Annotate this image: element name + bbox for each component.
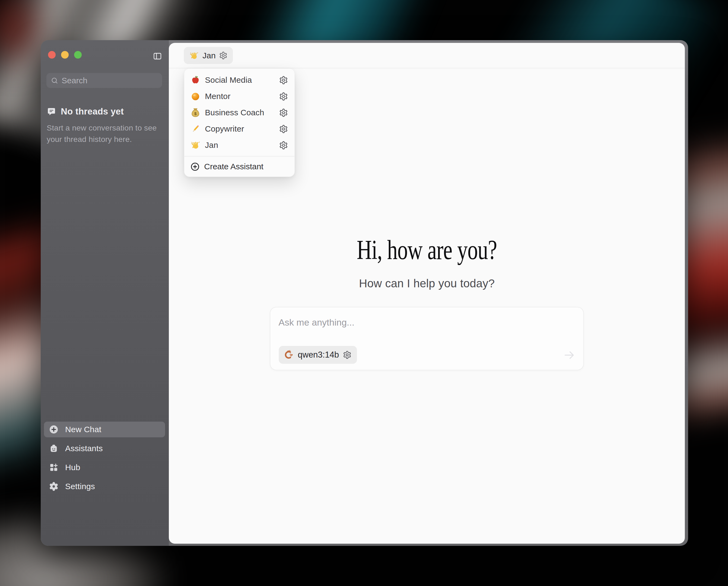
model-name: qwen3:14b [298, 350, 339, 360]
plus-circle-icon [49, 425, 59, 434]
menu-item-label: Social Media [205, 75, 275, 85]
main-content: Jan Social Media Mentor Business Coach [169, 43, 685, 544]
llama-logo-icon [283, 349, 294, 361]
search-field[interactable] [46, 73, 162, 88]
sidebar-item-label: Settings [65, 482, 95, 491]
sidebar-item-assistants[interactable]: Assistants [44, 441, 165, 456]
menu-item-label: Business Coach [205, 108, 275, 117]
sidebar-item-hub[interactable]: Hub [44, 459, 165, 475]
menu-item-mentor[interactable]: Mentor [184, 88, 294, 104]
greeting-subtitle: How can I help you today? [169, 277, 685, 290]
arrow-right-icon [563, 349, 576, 362]
active-assistant-selector[interactable]: Jan [184, 47, 233, 64]
menu-item-label: Copywriter [205, 124, 275, 133]
menu-item-copywriter[interactable]: Copywriter [184, 121, 294, 137]
menu-item-label: Jan [205, 140, 275, 150]
menu-item-jan[interactable]: Jan [184, 137, 294, 153]
empty-state-subtitle: Start a new conversation to see your thr… [47, 122, 163, 145]
zoom-button[interactable] [74, 51, 82, 59]
gear-icon[interactable] [279, 92, 288, 101]
hub-grid-icon [49, 462, 59, 472]
wave-icon [190, 140, 201, 150]
assistant-menu: Social Media Mentor Business Coach Copyw… [184, 69, 295, 177]
search-input[interactable] [61, 76, 158, 85]
gear-icon[interactable] [279, 141, 288, 150]
money-bag-icon [190, 107, 201, 118]
sidebar-item-label: Assistants [65, 444, 103, 453]
sidebar-item-label: Hub [65, 463, 80, 472]
gear-icon[interactable] [219, 51, 228, 60]
pencil-icon [190, 124, 201, 134]
minimize-button[interactable] [61, 51, 69, 59]
message-input[interactable] [279, 317, 551, 334]
create-assistant-label: Create Assistant [204, 162, 263, 171]
composer: qwen3:14b [270, 307, 584, 370]
model-selector[interactable]: qwen3:14b [279, 346, 357, 364]
greeting: Hi, how are you? How can I help you toda… [169, 234, 685, 290]
sidebar-toggle-icon[interactable] [153, 52, 162, 61]
menu-item-business-coach[interactable]: Business Coach [184, 104, 294, 121]
app-window: No threads yet Start a new conversation … [41, 40, 688, 546]
sidebar-item-label: New Chat [65, 425, 101, 434]
apple-icon [190, 75, 201, 85]
active-assistant-name: Jan [203, 51, 215, 60]
gear-icon [49, 482, 59, 491]
sidebar: No threads yet Start a new conversation … [41, 40, 169, 546]
sidebar-nav: New Chat Assistants Hub Settings [44, 422, 165, 498]
assistant-robot-icon [49, 444, 59, 453]
sidebar-item-new-chat[interactable]: New Chat [44, 422, 165, 437]
chat-bubble-icon [47, 107, 56, 116]
orange-icon [190, 91, 201, 102]
close-button[interactable] [48, 51, 56, 59]
gear-icon[interactable] [279, 125, 288, 133]
create-assistant-button[interactable]: Create Assistant [184, 157, 294, 177]
sidebar-item-settings[interactable]: Settings [44, 479, 165, 494]
gear-icon[interactable] [343, 350, 352, 359]
plus-circle-outline-icon [190, 162, 200, 171]
menu-item-social-media[interactable]: Social Media [184, 72, 294, 88]
wave-icon [189, 51, 199, 60]
send-button[interactable] [563, 349, 576, 362]
threads-empty-state: No threads yet Start a new conversation … [47, 106, 163, 145]
gear-icon[interactable] [279, 76, 288, 85]
empty-state-title: No threads yet [61, 106, 124, 117]
gear-icon[interactable] [279, 108, 288, 117]
search-icon [51, 77, 58, 84]
menu-item-label: Mentor [205, 92, 275, 101]
greeting-title: Hi, how are you? [231, 234, 623, 266]
traffic-lights [48, 51, 82, 59]
